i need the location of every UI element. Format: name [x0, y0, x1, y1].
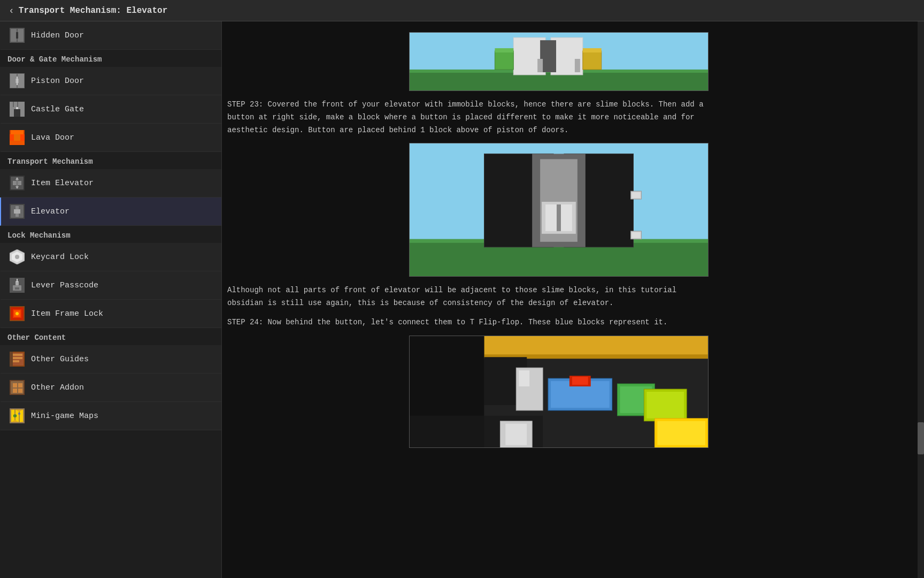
sidebar-item-other-addon[interactable]: Other Addon — [0, 374, 221, 402]
sidebar-item-item-frame-lock[interactable]: Item Frame Lock — [0, 300, 221, 328]
svg-rect-11 — [14, 102, 17, 107]
castle-gate-icon — [9, 101, 26, 118]
step24-text: STEP 24: Now behind the button, let's co… — [227, 316, 714, 329]
svg-rect-22 — [14, 134, 20, 141]
sidebar-item-hidden-door[interactable]: Hidden Door — [0, 21, 221, 50]
sidebar: Hidden Door Door & Gate Mechanism Piston… — [0, 21, 222, 578]
sidebar-item-label-other-addon: Other Addon — [31, 383, 84, 392]
sidebar-item-label-lever-passcode: Lever Passcode — [31, 281, 98, 290]
svg-rect-1 — [11, 29, 17, 42]
svg-rect-12 — [18, 102, 21, 107]
title-bar: ‹ Transport Mechanism: Elevator — [0, 0, 924, 21]
svg-rect-50 — [12, 357, 22, 359]
svg-rect-13 — [21, 102, 25, 107]
other-guides-icon — [9, 351, 26, 368]
svg-rect-41 — [15, 287, 19, 290]
svg-rect-58 — [18, 389, 22, 393]
svg-rect-74 — [495, 51, 513, 70]
svg-rect-16 — [16, 107, 18, 109]
elevator-icon — [9, 203, 26, 220]
sidebar-item-lever-passcode[interactable]: Lever Passcode — [0, 271, 221, 300]
svg-rect-92 — [632, 193, 641, 199]
keycard-lock-icon — [9, 248, 26, 265]
svg-rect-102 — [519, 370, 529, 386]
svg-rect-52 — [10, 352, 13, 367]
svg-rect-2 — [18, 29, 24, 42]
page-title: Transport Mechanism: Elevator — [19, 6, 167, 16]
sidebar-item-label-item-frame-lock: Item Frame Lock — [31, 309, 103, 318]
other-addon-icon — [9, 379, 26, 396]
svg-point-46 — [16, 312, 19, 315]
svg-rect-25 — [13, 181, 16, 185]
svg-rect-90 — [557, 204, 561, 231]
sidebar-item-minigame-maps[interactable]: Mini-game Maps — [0, 402, 221, 430]
svg-rect-115 — [505, 424, 527, 445]
lever-passcode-icon — [9, 277, 26, 294]
sidebar-item-keycard-lock[interactable]: Keycard Lock — [0, 243, 221, 271]
svg-rect-18 — [11, 130, 24, 134]
sidebar-item-lava-door[interactable]: Lava Door — [0, 124, 221, 152]
svg-rect-33 — [14, 209, 20, 214]
svg-rect-75 — [495, 48, 513, 52]
step-image-mid — [409, 143, 709, 277]
svg-rect-76 — [583, 51, 602, 70]
piston-door-icon — [9, 72, 26, 89]
svg-rect-49 — [12, 354, 22, 356]
svg-rect-10 — [10, 102, 13, 107]
main-layout: Hidden Door Door & Gate Mechanism Piston… — [0, 21, 924, 578]
minigame-maps-icon — [9, 407, 26, 424]
item-frame-lock-icon — [9, 305, 26, 322]
item-elevator-icon — [9, 174, 26, 192]
svg-rect-106 — [572, 377, 588, 385]
content-area[interactable]: STEP 23: Covered the front of your eleva… — [222, 21, 918, 578]
svg-rect-57 — [13, 389, 17, 393]
step-image-bot — [409, 336, 709, 448]
svg-marker-61 — [11, 409, 24, 422]
sidebar-item-castle-gate[interactable]: Castle Gate — [0, 95, 221, 124]
sidebar-item-elevator[interactable]: Elevator — [0, 197, 221, 226]
step23-text: STEP 23: Covered the front of your eleva… — [227, 98, 714, 136]
svg-rect-79 — [575, 59, 580, 72]
sidebar-item-label-hidden-door: Hidden Door — [31, 31, 84, 40]
section-header-transport: Transport Mechanism — [0, 152, 221, 169]
sidebar-item-other-guides[interactable]: Other Guides — [0, 345, 221, 374]
scrollbar-thumb[interactable] — [918, 422, 924, 454]
svg-rect-19 — [10, 134, 14, 141]
svg-rect-110 — [646, 392, 684, 419]
sidebar-item-label-keycard-lock: Keycard Lock — [31, 253, 89, 262]
image-block-mid — [227, 143, 890, 277]
section-header-door-gate: Door & Gate Mechanism — [0, 50, 221, 67]
content-inner: STEP 23: Covered the front of your eleva… — [222, 21, 906, 466]
svg-rect-77 — [583, 48, 602, 52]
sidebar-item-label-lava-door: Lava Door — [31, 133, 74, 142]
svg-point-36 — [15, 255, 19, 259]
sidebar-item-item-elevator[interactable]: Item Elevator — [0, 169, 221, 197]
back-button[interactable]: ‹ — [9, 5, 14, 16]
svg-rect-51 — [12, 360, 19, 362]
interlude-text: Although not all parts of front of eleva… — [227, 284, 714, 310]
sidebar-item-label-item-elevator: Item Elevator — [31, 179, 94, 188]
svg-rect-40 — [17, 279, 18, 282]
section-header-other: Other Content — [0, 328, 221, 345]
scrollbar-track[interactable] — [918, 21, 924, 578]
sidebar-item-label-minigame-maps: Mini-game Maps — [31, 412, 98, 421]
sidebar-item-label-other-guides: Other Guides — [31, 355, 89, 364]
step-image-top — [409, 32, 709, 91]
svg-rect-3 — [16, 32, 18, 39]
section-header-lock: Lock Mechanism — [0, 226, 221, 243]
svg-rect-26 — [18, 181, 21, 185]
svg-rect-15 — [14, 109, 20, 117]
svg-rect-20 — [20, 134, 25, 141]
hidden-door-icon — [9, 27, 26, 44]
sidebar-item-label-castle-gate: Castle Gate — [31, 105, 84, 114]
svg-rect-112 — [657, 421, 705, 445]
svg-rect-21 — [10, 141, 25, 145]
svg-rect-8 — [17, 77, 18, 85]
sidebar-item-label-elevator: Elevator — [31, 207, 70, 216]
svg-rect-78 — [537, 59, 543, 72]
image-block-bot — [227, 336, 890, 448]
svg-rect-55 — [13, 383, 17, 387]
sidebar-item-label-piston-door: Piston Door — [31, 77, 84, 86]
svg-rect-96 — [484, 336, 709, 357]
sidebar-item-piston-door[interactable]: Piston Door — [0, 67, 221, 95]
